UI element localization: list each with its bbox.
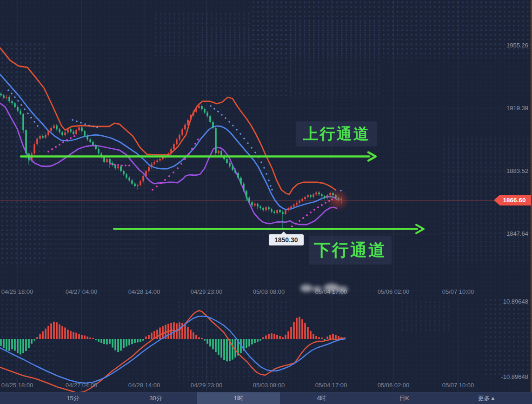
- candle-body: [184, 125, 186, 129]
- timeframe-tab-4[interactable]: 4时: [280, 392, 363, 404]
- sar-dot-blue: [33, 121, 35, 123]
- sar-dot-blue: [88, 125, 90, 126]
- candle-body: [335, 195, 337, 198]
- timeframe-tab-5[interactable]: 日K: [363, 392, 446, 404]
- macd-histogram-bar: [56, 322, 58, 339]
- sar-dot-blue: [232, 125, 234, 126]
- macd-histogram-bar: [70, 331, 72, 339]
- candle-body: [257, 204, 259, 206]
- sar-dot-blue: [11, 93, 13, 94]
- candle-body: [268, 207, 270, 209]
- candle-body: [246, 191, 247, 198]
- macd-histogram-bar: [268, 334, 270, 339]
- macd-histogram-bar: [6, 339, 7, 351]
- candle-body: [11, 101, 13, 103]
- sar-dot-magenta: [121, 165, 123, 166]
- macd-histogram-bar: [78, 334, 80, 339]
- candle-body: [313, 194, 314, 197]
- sar-dot-blue: [263, 167, 265, 169]
- candle-body: [67, 129, 69, 132]
- y-axis-label: 1847.64: [506, 230, 528, 237]
- candle-body: [86, 136, 88, 139]
- candle-body: [78, 127, 80, 130]
- sar-dot-blue: [37, 125, 39, 127]
- candle-body: [176, 139, 178, 144]
- sar-dot-blue: [24, 108, 26, 110]
- sar-dot-blue: [266, 173, 267, 175]
- macd-histogram-bar: [215, 339, 217, 352]
- candle-body: [148, 167, 150, 171]
- candle-body: [193, 112, 194, 115]
- macd-histogram-bar: [98, 339, 100, 342]
- macd-histogram-bar: [262, 337, 264, 339]
- sar-dot-magenta: [328, 200, 330, 202]
- x-axis-label: 04/25 18:00: [1, 382, 33, 389]
- sar-dot-magenta: [306, 214, 308, 216]
- chart-canvas[interactable]: [0, 0, 532, 404]
- candle-body: [237, 173, 239, 178]
- down-channel-annotation: 下行通道: [309, 236, 392, 265]
- candle-body: [212, 122, 214, 128]
- candle-body: [304, 197, 306, 199]
- sar-dot-blue: [84, 123, 86, 125]
- macd-histogram-bar: [287, 331, 289, 339]
- timeframe-tab-1[interactable]: 15分: [32, 392, 114, 404]
- macd-histogram-bar: [126, 339, 127, 346]
- macd-histogram-bar: [3, 339, 5, 348]
- candle-body: [3, 95, 5, 98]
- macd-histogram-bar: [218, 339, 219, 355]
- sar-dot-blue: [254, 152, 256, 153]
- candle-body: [181, 129, 183, 135]
- x-axis-label: 04/27 04:00: [66, 382, 98, 389]
- candle-body: [332, 193, 334, 195]
- candle-body: [220, 151, 222, 156]
- sar-dot-magenta: [164, 179, 166, 181]
- macd-histogram-bar: [120, 339, 122, 351]
- macd-histogram-bar: [100, 339, 102, 343]
- macd-histogram-bar: [310, 331, 312, 339]
- candle-body: [159, 159, 161, 160]
- macd-histogram-bar: [73, 332, 74, 339]
- sar-dot-magenta: [188, 153, 190, 155]
- candle-body: [59, 129, 60, 132]
- timeframe-tab-6[interactable]: 更多▲: [446, 392, 528, 404]
- macd-histogram-bar: [223, 339, 225, 360]
- macd-histogram-bar: [265, 336, 267, 339]
- sar-dot-magenta: [62, 141, 64, 143]
- sar-dot-magenta: [160, 182, 162, 184]
- timeframe-tab-3[interactable]: 1时: [197, 392, 280, 404]
- macd-histogram-bar: [123, 339, 125, 348]
- candle-body: [315, 192, 317, 194]
- macd-histogram-bar: [53, 322, 55, 339]
- macd-histogram-bar: [254, 339, 256, 343]
- candle-body: [22, 114, 24, 130]
- macd-histogram-bar: [187, 327, 189, 339]
- y-axis-label: -10.89648: [501, 373, 528, 380]
- sar-dot-magenta: [128, 165, 130, 166]
- sar-dot-magenta: [184, 158, 186, 160]
- macd-histogram-bar: [304, 323, 306, 339]
- candle-body: [326, 195, 328, 198]
- macd-histogram-bar: [338, 336, 339, 339]
- sar-dot-magenta: [310, 212, 312, 213]
- macd-histogram-bar: [84, 336, 86, 339]
- candle-body: [84, 131, 86, 136]
- sar-dot-magenta: [325, 202, 326, 204]
- sar-dot-blue: [72, 119, 73, 121]
- timeframe-toolbar: 15分30分1时4时日K更多▲: [0, 392, 532, 404]
- macd-histogram-bar: [8, 339, 10, 351]
- macd-histogram-bar: [39, 334, 41, 339]
- sar-dot-magenta: [168, 175, 170, 177]
- sar-dot-blue: [93, 126, 94, 127]
- sar-dot-magenta: [321, 204, 323, 206]
- macd-histogram-bar: [117, 339, 119, 352]
- candle-body: [8, 97, 10, 101]
- candle-body: [134, 184, 136, 186]
- timeframe-tab-2[interactable]: 30分: [114, 392, 197, 404]
- candle-body: [296, 203, 298, 205]
- sar-dot-magenta: [302, 217, 304, 219]
- macd-histogram-bar: [28, 339, 30, 348]
- sar-dot-blue: [20, 104, 22, 106]
- macd-histogram-bar: [198, 337, 200, 339]
- macd-histogram-bar: [103, 339, 105, 344]
